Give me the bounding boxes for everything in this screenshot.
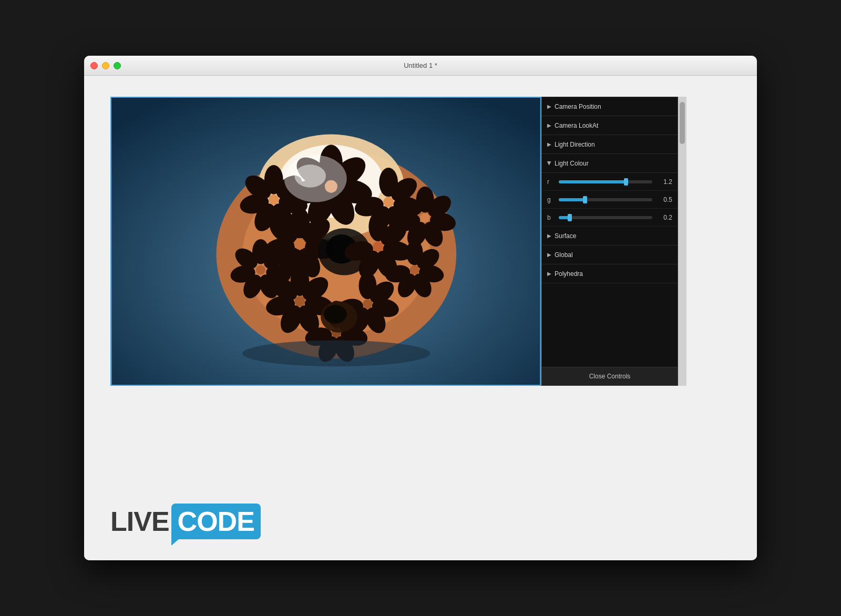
- logo-code-bg: CODE: [171, 504, 261, 539]
- slider-g-row: g 0.5: [542, 191, 678, 209]
- global-arrow: ▶: [547, 252, 551, 258]
- slider-r-thumb[interactable]: [624, 178, 628, 186]
- slider-g-value: 0.5: [657, 196, 672, 203]
- slider-b-track[interactable]: [559, 216, 652, 219]
- polyhedra-row[interactable]: ▶ Polyhedra: [542, 264, 678, 283]
- light-colour-arrow: ▶: [547, 161, 552, 166]
- slider-b-thumb[interactable]: [568, 214, 572, 221]
- svg-point-20: [269, 194, 279, 205]
- surface-arrow: ▶: [547, 233, 551, 239]
- slider-g-thumb[interactable]: [583, 196, 587, 203]
- global-row[interactable]: ▶ Global: [542, 245, 678, 264]
- scrollbar[interactable]: [678, 97, 686, 386]
- title-bar: Untitled 1 *: [84, 56, 757, 76]
- viewport-3d: [111, 98, 540, 385]
- close-controls-button[interactable]: Close Controls: [542, 367, 678, 385]
- surface-row[interactable]: ▶ Surface: [542, 227, 678, 245]
- polyhedra-arrow: ▶: [547, 271, 551, 276]
- logo-live-text: LIVE: [110, 506, 169, 537]
- viewport-area: ▶ Camera Position ▶ Camera LookAt ▶ Ligh…: [110, 97, 731, 488]
- camera-position-arrow: ▶: [547, 104, 551, 109]
- maximize-button[interactable]: [114, 62, 121, 69]
- light-direction-label: Light Direction: [555, 141, 595, 148]
- svg-point-51: [373, 241, 383, 252]
- logo-code-text: CODE: [178, 506, 254, 537]
- svg-point-59: [294, 296, 305, 306]
- polyhedra-label: Polyhedra: [555, 270, 583, 278]
- slider-r-value: 1.2: [657, 178, 672, 186]
- svg-point-88: [410, 265, 419, 275]
- svg-point-91: [324, 305, 347, 324]
- slider-r-fill: [559, 180, 626, 183]
- svg-point-34: [420, 213, 430, 222]
- scrollbar-thumb[interactable]: [680, 102, 685, 144]
- light-direction-arrow: ▶: [547, 141, 551, 147]
- close-button[interactable]: [90, 62, 98, 69]
- slider-r-track[interactable]: [559, 180, 652, 183]
- close-controls-label: Close Controls: [589, 373, 631, 380]
- slider-r-label: r: [547, 178, 555, 186]
- window-content: ▶ Camera Position ▶ Camera LookAt ▶ Ligh…: [84, 76, 757, 560]
- slider-g-fill: [559, 198, 585, 201]
- camera-lookat-row[interactable]: ▶ Camera LookAt: [542, 116, 678, 135]
- svg-point-93: [294, 165, 326, 188]
- slider-b-value: 0.2: [657, 214, 672, 221]
- viewport[interactable]: [110, 97, 541, 386]
- traffic-lights: [90, 62, 121, 69]
- svg-point-27: [383, 197, 394, 208]
- camera-lookat-arrow: ▶: [547, 122, 551, 128]
- svg-point-42: [294, 238, 305, 250]
- mac-window: Untitled 1 *: [84, 56, 757, 560]
- light-direction-row[interactable]: ▶ Light Direction: [542, 135, 678, 154]
- svg-point-81: [256, 265, 265, 275]
- camera-lookat-label: Camera LookAt: [555, 122, 598, 129]
- slider-g-label: g: [547, 196, 555, 203]
- window-title: Untitled 1 *: [404, 61, 437, 69]
- global-label: Global: [555, 251, 573, 259]
- controls-panel: ▶ Camera Position ▶ Camera LookAt ▶ Ligh…: [541, 97, 678, 386]
- light-colour-row[interactable]: ▶ Light Colour: [542, 154, 678, 173]
- slider-b-label: b: [547, 214, 555, 221]
- svg-point-89: [242, 341, 430, 367]
- svg-point-66: [363, 299, 372, 309]
- camera-position-label: Camera Position: [555, 103, 601, 110]
- surface-label: Surface: [555, 232, 576, 240]
- camera-position-row[interactable]: ▶ Camera Position: [542, 97, 678, 116]
- minimize-button[interactable]: [102, 62, 109, 69]
- slider-r-row: r 1.2: [542, 173, 678, 191]
- light-colour-label: Light Colour: [555, 160, 589, 167]
- slider-g-track[interactable]: [559, 198, 652, 201]
- slider-b-row: b 0.2: [542, 209, 678, 227]
- livecode-logo: LIVE CODE: [110, 504, 261, 539]
